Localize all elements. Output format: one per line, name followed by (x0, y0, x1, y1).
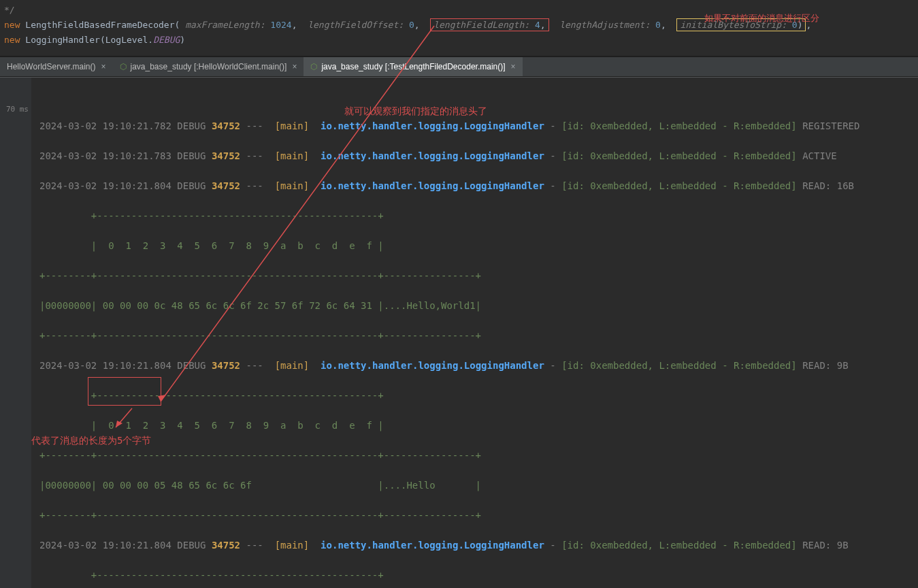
log-line: 2024-03-02 19:10:21.804 DEBUG 34752 --- … (39, 178, 918, 193)
param-label: lengthAdjustment: (559, 20, 650, 30)
hexdump-row: |00000000| 00 00 00 05 48 65 6c 6c 6f |.… (39, 478, 918, 493)
console-output[interactable]: 就可以观察到我们指定的消息头了 2024-03-02 19:10:21.782 … (31, 78, 918, 588)
hexdump-border: +--------+------------------------------… (39, 268, 918, 283)
log-line: 2024-03-02 19:10:21.782 DEBUG 34752 --- … (39, 118, 918, 133)
log-line: 2024-03-02 19:10:21.804 DEBUG 34752 --- … (39, 538, 918, 553)
console-gutter: 70 ms (0, 78, 31, 588)
param-label: maxFrameLength: (185, 20, 265, 30)
enum-value: DEBUG (153, 35, 180, 45)
console-wrap: 70 ms 就可以观察到我们指定的消息头了 2024-03-02 19:10:2… (0, 77, 918, 588)
tab-label: java_base_study [:TestLengthFiledDecoder… (321, 62, 505, 71)
editor-pane[interactable]: */ new LengthFieldBasedFrameDecoder( max… (0, 0, 918, 56)
tab-testlengthfileddecoder[interactable]: ⬡ java_base_study [:TestLengthFiledDecod… (304, 57, 522, 76)
close-icon[interactable]: × (101, 62, 105, 71)
keyword-new: new (4, 20, 20, 30)
hexdump-border: +--------+------------------------------… (39, 328, 918, 343)
hexdump-border: +---------------------------------------… (39, 208, 918, 223)
comment-end: */ (4, 5, 15, 15)
hexdump-border: +--------+------------------------------… (39, 448, 918, 463)
hexdump-border: +---------------------------------------… (39, 388, 918, 403)
number-literal: 0 (655, 20, 661, 30)
tab-label: HelloWorldServer.main() (7, 62, 95, 71)
duration-ms: 70 ms (6, 105, 29, 114)
tab-helloworldserver[interactable]: HelloWorldServer.main() × (0, 57, 113, 76)
close-icon[interactable]: × (511, 62, 516, 71)
annotation-header: 就可以观察到我们指定的消息头了 (344, 103, 487, 118)
param-label: lengthFieldOffset: (308, 20, 404, 30)
log-line: 2024-03-02 19:10:21.783 DEBUG 34752 --- … (39, 148, 918, 163)
hexdump-header: | 0 1 2 3 4 5 6 7 8 9 a b c d e f | (39, 238, 918, 253)
hexdump-border: +--------+------------------------------… (39, 508, 918, 523)
annotation-length: 代表了消息的长度为5个字节 (31, 433, 151, 448)
keyword-new: new (4, 35, 20, 45)
class-name: LengthFieldBasedFrameDecoder (25, 20, 174, 30)
tab-helloworldclient[interactable]: ⬡ java_base_study [:HelloWorldClient.mai… (113, 57, 304, 76)
log-line: 2024-03-02 19:10:21.804 DEBUG 34752 --- … (39, 358, 918, 373)
gradle-icon: ⬡ (310, 62, 317, 71)
close-icon[interactable]: × (292, 62, 297, 71)
gradle-icon: ⬡ (120, 62, 127, 71)
annotation-top: 如果不对前面的消息进行区分 (704, 12, 819, 24)
code-line: new LoggingHandler(LogLevel.DEBUG) (4, 33, 914, 48)
run-tabs-strip: HelloWorldServer.main() × ⬡ java_base_st… (0, 56, 918, 77)
number-literal: 1024 (270, 20, 291, 30)
highlighted-param-red: lengthFieldLength: 4, (430, 18, 548, 31)
hexdump-row: |00000000| 00 00 00 0c 48 65 6c 6c 6f 2c… (39, 298, 918, 313)
number-literal: 0 (409, 20, 414, 30)
hexdump-header: | 0 1 2 3 4 5 6 7 8 9 a b c d e f | (39, 418, 918, 433)
class-name: LoggingHandler (25, 35, 100, 45)
hexdump-border: +---------------------------------------… (39, 568, 918, 583)
tab-label: java_base_study [:HelloWorldClient.main(… (131, 62, 287, 71)
